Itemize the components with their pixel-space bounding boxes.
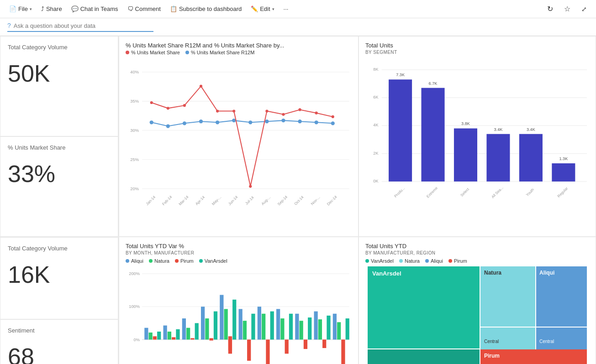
svg-text:Mar-14: Mar-14 [178, 195, 190, 206]
svg-text:1.3K: 1.3K [559, 156, 568, 161]
svg-text:2K: 2K [373, 151, 379, 156]
stacked-chart-legend: Aliqui Natura Pirum VanArsdel [126, 258, 352, 264]
svg-text:200%: 200% [129, 271, 140, 276]
dot-natura [149, 259, 153, 263]
svg-point-33 [332, 115, 334, 118]
svg-point-32 [315, 112, 318, 114]
kpi2-title: % Units Market Share [8, 144, 111, 151]
svg-rect-112 [308, 317, 311, 339]
svg-text:Jul-14: Jul-14 [244, 195, 255, 206]
dot-vanarsdel-tm [365, 259, 369, 263]
kpi1-title: Total Category Volume [8, 44, 111, 51]
legend-aliqui: Aliqui [126, 258, 143, 264]
subscribe-button[interactable]: 📋 Subscribe to dashboard [166, 4, 245, 14]
svg-rect-87 [195, 323, 199, 339]
kpi2-value: 33% [8, 160, 111, 187]
edit-chevron: ▾ [272, 7, 274, 11]
svg-rect-120 [346, 318, 349, 339]
stacked-chart-title: Total Units YTD Var % [126, 243, 352, 250]
line-chart-card: % Units Market Share R12M and % Units Ma… [119, 36, 359, 237]
svg-point-26 [216, 109, 219, 112]
dot-aliqui [126, 259, 129, 263]
svg-point-31 [298, 108, 301, 111]
qa-input-container[interactable]: ? [7, 22, 153, 32]
bar-youth [519, 134, 543, 182]
legend-natura: Natura [149, 258, 169, 264]
svg-rect-114 [318, 319, 322, 339]
share-button[interactable]: ⤴ Share [37, 4, 66, 14]
svg-text:0K: 0K [373, 179, 379, 183]
dashboard: Total Category Volume 50K % Units Market… [0, 36, 596, 362]
svg-rect-78 [153, 336, 157, 339]
svg-text:3.4K: 3.4K [494, 127, 503, 132]
edit-icon: ✏️ [251, 5, 258, 12]
line-chart-title: % Units Market Share R12M and % Units Ma… [126, 42, 352, 49]
bar-chart-title: Total Units [365, 42, 589, 49]
svg-point-14 [216, 120, 219, 124]
svg-text:8K: 8K [373, 67, 379, 72]
bar-produ [389, 79, 412, 182]
svg-rect-79 [157, 332, 161, 340]
stacked-bar-svg: 200% 100% 0% -100% [126, 266, 352, 364]
svg-point-30 [282, 113, 285, 116]
label-natura-tm: Natura [405, 258, 420, 264]
dot-natura-tm [399, 259, 403, 263]
svg-text:Produ...: Produ... [394, 186, 406, 198]
kpi3-title: Total Category Volume [8, 245, 111, 252]
qa-icon: ? [7, 22, 11, 29]
svg-text:40%: 40% [130, 70, 139, 74]
svg-rect-119 [341, 339, 345, 364]
edit-button[interactable]: ✏️ Edit ▾ [247, 4, 278, 14]
svg-rect-113 [314, 312, 318, 340]
file-button[interactable]: 📄 File ▾ [5, 4, 36, 14]
svg-point-28 [249, 185, 252, 187]
svg-text:Feb-14: Feb-14 [162, 195, 173, 206]
qa-bar: ? [0, 18, 596, 36]
svg-text:3.4K: 3.4K [527, 127, 536, 132]
svg-text:VanArsdel: VanArsdel [372, 270, 401, 277]
comment-icon: 🗨 [127, 5, 133, 12]
file-icon: 📄 [9, 5, 16, 12]
more-button[interactable]: ··· [280, 4, 292, 14]
svg-text:Nov-...: Nov-... [310, 195, 321, 206]
svg-rect-110 [300, 321, 303, 339]
dot-vanarsdel [199, 259, 203, 263]
svg-rect-84 [182, 318, 186, 339]
svg-text:Regular: Regular [557, 186, 569, 198]
treemap-aliqui-bottom [536, 328, 587, 349]
svg-point-22 [150, 101, 153, 104]
comment-label: Comment [135, 5, 161, 12]
chat-button[interactable]: 💬 Chat in Teams [68, 4, 122, 14]
stacked-bar-chart-card: Total Units YTD Var % BY MONTH, MANUFACT… [119, 237, 359, 364]
svg-rect-88 [201, 307, 205, 339]
svg-point-21 [331, 121, 335, 125]
legend-dot-blue [185, 51, 189, 54]
svg-rect-104 [270, 312, 274, 340]
kpi4-title: Sentiment [8, 327, 111, 334]
line-chart-legend: % Units Market Share % Units Market Shar… [126, 50, 352, 55]
svg-rect-90 [210, 338, 213, 340]
svg-rect-93 [224, 309, 228, 339]
refresh-button[interactable]: ↻ [543, 3, 557, 15]
share-icon: ⤴ [41, 5, 44, 12]
comment-button[interactable]: 🗨 Comment [124, 4, 164, 14]
svg-rect-95 [228, 339, 232, 354]
label-vanarsdel: VanArsdel [205, 258, 227, 264]
fullscreen-button[interactable]: ⤢ [578, 4, 591, 15]
bar-chart-svg: 8K 6K 4K 2K 0K 7.3K 6.7K 3.8K 3.4K [365, 57, 589, 222]
subscribe-icon: 📋 [170, 5, 177, 12]
legend-item-blue: % Units Market Share R12M [185, 50, 254, 55]
svg-point-11 [166, 124, 170, 128]
svg-rect-107 [285, 339, 289, 354]
bar-select [454, 129, 477, 182]
qa-input[interactable] [14, 22, 142, 29]
edit-label: Edit [260, 5, 270, 12]
favorite-button[interactable]: ☆ [560, 3, 574, 15]
svg-point-18 [281, 119, 285, 122]
kpi-units-market-share: % Units Market Share 33% [0, 136, 118, 237]
legend-aliqui-tm: Aliqui [425, 258, 443, 264]
refresh-icon: ↻ [547, 5, 553, 13]
kpi-total-category-volume-2: Total Category Volume 16K [0, 237, 118, 319]
legend-natura-tm: Natura [399, 258, 420, 264]
svg-rect-92 [220, 295, 223, 340]
